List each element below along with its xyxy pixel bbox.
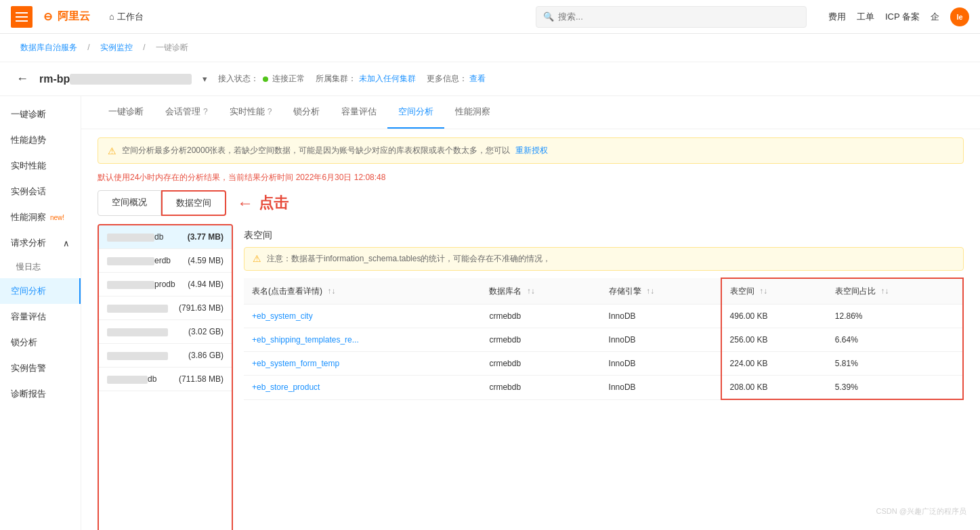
col-header-name[interactable]: 表名(点击查看详情) ↑↓ <box>244 278 481 305</box>
sidebar-item-suoding[interactable]: 锁分析 <box>0 330 81 355</box>
alert-text: 空间分析最多分析20000张表，若缺少空间数据，可能是因为账号缺少对应的库表权限… <box>122 145 510 156</box>
sidebar-item-rongliang[interactable]: 容量评估 <box>0 304 81 330</box>
breadcrumb: 数据库自治服务 / 实例监控 / 一键诊断 <box>0 34 980 62</box>
col-header-size[interactable]: 表空间 ↑↓ <box>721 278 827 305</box>
db-name-1: db <box>107 232 163 242</box>
cell-engine-3: InnoDB <box>601 352 721 376</box>
more-info-label: 更多信息： <box>427 74 467 83</box>
db-size-1: (3.77 MB) <box>188 232 223 242</box>
col-header-db[interactable]: 数据库名 ↑↓ <box>481 278 600 305</box>
back-button[interactable]: ← <box>16 72 28 86</box>
cell-engine-2: InnoDB <box>601 328 721 352</box>
db-item-3[interactable]: prodb (4.94 MB) <box>99 273 232 296</box>
view-link[interactable]: 查看 <box>469 74 486 83</box>
cell-engine-4: InnoDB <box>601 376 721 400</box>
info-text: 默认使用24小时内存在的分析结果，当前结果分析时间 2022年6月30日 12:… <box>98 172 964 183</box>
connection-status: 接入状态： 连接正常 <box>218 73 305 85</box>
sub-tabs: 空间概况 数据空间 <box>98 190 226 216</box>
content-wrapper: 一键诊断 会话管理 ? 实时性能 ? 锁分析 容量评估 空间分析 性能洞察 ⚠ … <box>81 96 980 530</box>
cell-db-4: crmebdb <box>481 376 600 400</box>
logo: ⊖ 阿里云 <box>43 9 90 24</box>
tab-yijian[interactable]: 一键诊断 <box>98 96 154 129</box>
db-item-2[interactable]: erdb (4.59 MB) <box>99 249 232 273</box>
search-bar[interactable]: 🔍 <box>536 6 807 28</box>
tab-kongjian[interactable]: 空间分析 <box>387 96 444 129</box>
tab-huihua[interactable]: 会话管理 ? <box>154 96 219 129</box>
db-name-5 <box>107 327 168 336</box>
search-icon: 🔍 <box>543 12 554 22</box>
tab-rongliang[interactable]: 容量评估 <box>331 96 387 129</box>
table-link-4[interactable]: +eb_store_product <box>252 382 320 392</box>
col-header-ratio[interactable]: 表空间占比 ↑↓ <box>827 278 963 305</box>
cluster-info: 所属集群： 未加入任何集群 <box>316 73 415 85</box>
workbench-button[interactable]: ⌂ 工作台 <box>101 7 152 27</box>
sub-tab-gaikuang[interactable]: 空间概况 <box>98 190 161 216</box>
search-input[interactable] <box>558 12 799 22</box>
sidebar-item-qiuqiu[interactable]: 请求分析 ∧ <box>0 230 81 256</box>
nav-fees[interactable]: 费用 <box>828 11 846 23</box>
sidebar-item-manrizhi[interactable]: 慢日志 <box>0 256 81 278</box>
sub-tab-shuju[interactable]: 数据空间 <box>161 190 226 216</box>
sidebar-item-huijia[interactable]: 实例会话 <box>0 179 81 204</box>
sidebar-item-yijian[interactable]: 一键诊断 <box>0 102 81 127</box>
db-name-4 <box>107 303 168 313</box>
sort-icon-ratio[interactable]: ↑↓ <box>880 286 889 296</box>
click-annotation: ← 点击 <box>237 193 289 213</box>
user-avatar[interactable]: Ie <box>950 7 969 26</box>
sort-icon-db[interactable]: ↑↓ <box>527 286 535 296</box>
cell-engine-1: InnoDB <box>601 305 721 328</box>
db-item-7[interactable]: db (711.58 MB) <box>99 368 232 391</box>
tab-shishixingneng[interactable]: 实时性能 ? <box>219 96 283 129</box>
breadcrumb-item-1[interactable]: 数据库自治服务 <box>20 43 77 52</box>
sidebar-item-shiliyujing[interactable]: 实例告警 <box>0 355 81 381</box>
hamburger-button[interactable] <box>11 6 33 28</box>
cluster-link[interactable]: 未加入任何集群 <box>359 74 416 83</box>
sort-icon-name[interactable]: ↑↓ <box>327 286 335 296</box>
db-item-6[interactable]: (3.86 GB) <box>99 344 232 368</box>
table-row-3: +eb_system_form_temp crmebdb InnoDB 224.… <box>244 352 963 376</box>
sort-icon-engine[interactable]: ↑↓ <box>646 286 654 296</box>
nav-icp[interactable]: ICP 备案 <box>885 11 920 23</box>
sidebar-item-shishi[interactable]: 实时性能 <box>0 153 81 179</box>
tab-suoding[interactable]: 锁分析 <box>282 96 331 129</box>
table-link-3[interactable]: +eb_system_form_temp <box>252 359 339 368</box>
sub-tabs-row: 空间概况 数据空间 ← 点击 <box>98 190 964 216</box>
reauth-link[interactable]: 重新授权 <box>515 145 548 156</box>
db-item-1[interactable]: db (3.77 MB) <box>99 225 232 249</box>
tab-help-2[interactable]: ? <box>268 107 272 116</box>
breadcrumb-item-2[interactable]: 实例监控 <box>100 43 133 52</box>
tab-xingneng[interactable]: 性能洞察 <box>444 96 501 129</box>
sort-icon-size[interactable]: ↑↓ <box>759 286 767 296</box>
nav-links: 费用 工单 ICP 备案 企 <box>828 11 939 23</box>
breadcrumb-sep-1: / <box>87 43 92 52</box>
db-item-5[interactable]: (3.02 GB) <box>99 320 232 344</box>
cell-size-3: 224.00 KB <box>721 352 827 376</box>
sidebar-item-kongjian[interactable]: 空间分析 <box>0 278 81 304</box>
db-item-4[interactable]: (791.63 MB) <box>99 296 232 320</box>
cell-name-3: +eb_system_form_temp <box>244 352 481 376</box>
cell-ratio-1: 12.86% <box>827 305 963 328</box>
col-header-engine[interactable]: 存储引擎 ↑↓ <box>601 278 721 305</box>
dropdown-arrow[interactable]: ▾ <box>203 74 207 84</box>
db-name-7: db <box>107 374 156 384</box>
status-text: 连接正常 <box>272 73 305 85</box>
cell-name-4: +eb_store_product <box>244 376 481 400</box>
content-area: db (3.77 MB) erdb (4.59 MB) prodb (4.94 … <box>98 224 964 530</box>
tab-help-1[interactable]: ? <box>203 107 208 116</box>
instance-header: ← rm-bp ▾ 接入状态： 连接正常 所属集群： 未加入任何集群 更多信息：… <box>0 62 980 96</box>
nav-enterprise[interactable]: 企 <box>931 11 939 23</box>
nav-ticket[interactable]: 工单 <box>857 11 874 23</box>
connection-label: 接入状态： <box>218 73 259 85</box>
table-link-1[interactable]: +eb_system_city <box>252 311 313 321</box>
table-link-2[interactable]: +eb_shipping_templates_re... <box>252 335 359 345</box>
sidebar-item-xingnengqushi[interactable]: 性能趋势 <box>0 127 81 153</box>
logo-icon: ⊖ <box>43 10 52 23</box>
breadcrumb-item-3: 一键诊断 <box>156 43 188 52</box>
logo-text: 阿里云 <box>58 9 90 24</box>
alert-banner: ⚠ 空间分析最多分析20000张表，若缺少空间数据，可能是因为账号缺少对应的库表… <box>98 137 964 164</box>
cell-size-1: 496.00 KB <box>721 305 827 328</box>
cell-ratio-3: 5.81% <box>827 352 963 376</box>
sidebar-item-xingnengdongcha[interactable]: 性能洞察new! <box>0 204 81 230</box>
db-size-7: (711.58 MB) <box>179 374 223 384</box>
sidebar-item-fenxi[interactable]: 诊断报告 <box>0 381 81 407</box>
